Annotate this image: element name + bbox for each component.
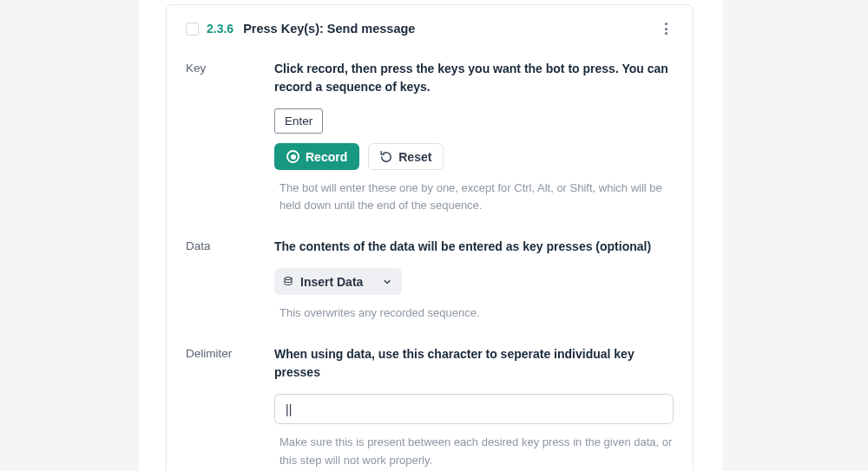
field-delimiter: When using data, use this character to s… bbox=[274, 345, 674, 468]
label-data: Data bbox=[186, 238, 274, 322]
record-button[interactable]: Record bbox=[274, 143, 359, 170]
chevron-down-icon bbox=[382, 277, 392, 287]
label-delimiter: Delimiter bbox=[186, 345, 274, 468]
step-title: Press Key(s): Send message bbox=[243, 22, 415, 36]
reset-button-label: Reset bbox=[398, 150, 431, 164]
more-options-button[interactable] bbox=[658, 21, 674, 36]
key-instruction: Click record, then press the keys you wa… bbox=[274, 60, 674, 96]
delimiter-instruction: When using data, use this character to s… bbox=[274, 345, 674, 382]
record-icon bbox=[286, 150, 299, 163]
key-note: The bot will enter these one by one, exc… bbox=[274, 180, 674, 214]
data-instruction: The contents of the data will be entered… bbox=[274, 238, 674, 256]
insert-data-dropdown[interactable]: Insert Data bbox=[274, 268, 402, 295]
field-key: Click record, then press the keys you wa… bbox=[274, 60, 674, 214]
step-number: 2.3.6 bbox=[207, 22, 233, 36]
database-icon bbox=[283, 276, 293, 288]
reset-icon bbox=[380, 151, 392, 163]
step-card: 2.3.6 Press Key(s): Send message Key Cli… bbox=[166, 4, 694, 471]
step-header: 2.3.6 Press Key(s): Send message bbox=[186, 21, 674, 36]
delimiter-note: Make sure this is present between each d… bbox=[274, 434, 674, 468]
row-data: Data The contents of the data will be en… bbox=[186, 238, 674, 322]
record-button-label: Record bbox=[306, 150, 347, 164]
data-note: This overwrites any recorded sequence. bbox=[274, 304, 674, 322]
label-key: Key bbox=[186, 60, 274, 214]
select-step-checkbox[interactable] bbox=[186, 23, 199, 36]
insert-data-label: Insert Data bbox=[300, 275, 363, 289]
row-delimiter: Delimiter When using data, use this char… bbox=[186, 345, 674, 468]
key-buttons: Record Reset bbox=[274, 143, 674, 170]
delimiter-input[interactable] bbox=[274, 394, 674, 424]
svg-point-0 bbox=[285, 278, 292, 280]
recorded-key-chip[interactable]: Enter bbox=[274, 108, 323, 134]
row-key: Key Click record, then press the keys yo… bbox=[186, 60, 674, 214]
reset-button[interactable]: Reset bbox=[368, 143, 444, 170]
field-data: The contents of the data will be entered… bbox=[274, 238, 674, 322]
